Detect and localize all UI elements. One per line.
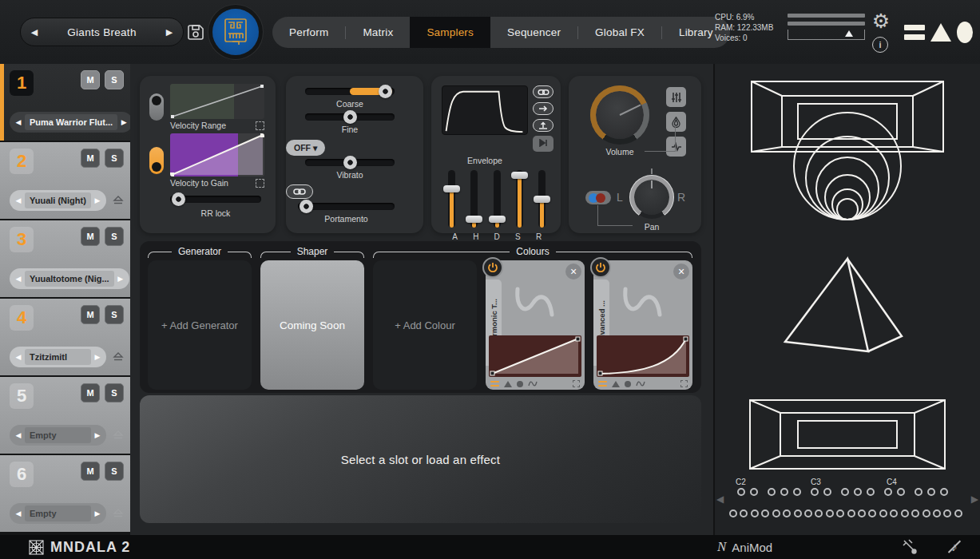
key-dot[interactable] xyxy=(772,509,780,517)
velocity-to-gain-graph[interactable] xyxy=(170,133,264,176)
key-dot[interactable] xyxy=(780,488,788,496)
slot-preset-selector[interactable]: ◀ Puma Warrior Flut... ▶ xyxy=(10,112,133,133)
preset-browser[interactable]: ◀ Giants Breath ▶ xyxy=(20,18,184,46)
solo-button[interactable]: S xyxy=(105,70,124,89)
eject-button[interactable] xyxy=(112,195,124,206)
slot-preset-next-button[interactable]: ▶ xyxy=(114,275,127,283)
module-close-button[interactable]: × xyxy=(565,264,581,280)
key-dot[interactable] xyxy=(826,509,834,517)
sustain-slider[interactable] xyxy=(516,170,523,228)
slot-preset-name[interactable]: Tzitzimitl xyxy=(25,349,91,365)
mntra-logo-badge[interactable] xyxy=(212,9,259,55)
tab-perform[interactable]: Perform xyxy=(272,17,345,48)
key-dot[interactable] xyxy=(879,509,887,517)
mute-button[interactable]: M xyxy=(81,462,100,481)
module-power-button[interactable] xyxy=(590,257,611,278)
key-dot[interactable] xyxy=(884,488,892,496)
slider-knob[interactable] xyxy=(300,200,313,213)
eject-button[interactable] xyxy=(112,430,124,441)
key-dot[interactable] xyxy=(794,509,802,517)
save-preset-button[interactable] xyxy=(187,24,204,41)
key-dot[interactable] xyxy=(858,509,866,517)
slider-handle[interactable] xyxy=(443,185,460,192)
level-marker-icon[interactable] xyxy=(845,30,853,37)
solo-button[interactable]: S xyxy=(105,227,124,246)
key-dot[interactable] xyxy=(836,509,844,517)
preset-next-button[interactable]: ▶ xyxy=(156,27,183,38)
mute-button[interactable]: M xyxy=(81,70,100,89)
key-dot[interactable] xyxy=(740,509,748,517)
triangle-icon[interactable] xyxy=(504,381,512,387)
mute-button[interactable]: M xyxy=(81,305,100,324)
expand-icon[interactable] xyxy=(256,179,264,188)
decay-slider[interactable] xyxy=(494,170,501,228)
slot-preset-name[interactable]: Puma Warrior Flut... xyxy=(25,114,117,130)
slot-preset-selector[interactable]: ◀ Tzitzimitl ▶ xyxy=(10,347,106,367)
solo-button[interactable]: S xyxy=(105,149,124,168)
key-dot[interactable] xyxy=(783,509,791,517)
key-dot[interactable] xyxy=(768,488,776,496)
envelope-export-button[interactable] xyxy=(533,119,553,132)
shaper-slot[interactable]: Coming Soon xyxy=(260,260,364,390)
slider-knob[interactable] xyxy=(343,156,357,169)
velocity-to-gain-toggle[interactable] xyxy=(149,147,164,174)
key-dot[interactable] xyxy=(823,488,831,496)
slot-preset-prev-button[interactable]: ◀ xyxy=(12,118,25,126)
slot-preset-name[interactable]: Empty xyxy=(25,427,91,443)
release-slider[interactable] xyxy=(538,170,546,228)
envelope-link-button[interactable] xyxy=(533,85,553,98)
key-dot[interactable] xyxy=(854,488,862,496)
slider-knob[interactable] xyxy=(172,192,185,206)
module-power-button[interactable] xyxy=(482,257,503,278)
slot-preset-name[interactable]: Yuuali (Night) xyxy=(25,192,91,208)
slider-knob[interactable] xyxy=(379,85,392,98)
solo-button[interactable]: S xyxy=(105,383,124,402)
slider-handle[interactable] xyxy=(511,172,528,179)
slot-preset-next-button[interactable]: ▶ xyxy=(91,196,104,204)
key-dot[interactable] xyxy=(940,488,948,496)
key-dot[interactable] xyxy=(943,509,951,517)
portamento-slider[interactable] xyxy=(298,203,395,210)
key-dot[interactable] xyxy=(868,509,876,517)
sampler-slot-6[interactable]: 6 M S ◀ Empty ▶ xyxy=(0,455,130,532)
slot-preset-selector[interactable]: ◀ Yuualtotome (Nig... ▶ xyxy=(10,268,129,289)
tab-samplers[interactable]: Samplers xyxy=(410,17,490,48)
key-dot[interactable] xyxy=(751,509,759,517)
key-dot[interactable] xyxy=(954,509,962,517)
slider-handle[interactable] xyxy=(466,216,482,223)
slot-preset-prev-button[interactable]: ◀ xyxy=(12,196,25,204)
envelope-graph[interactable] xyxy=(442,85,528,135)
key-dot[interactable] xyxy=(841,488,849,496)
slot-preset-selector[interactable]: ◀ Empty ▶ xyxy=(10,503,106,524)
key-dot[interactable] xyxy=(750,488,758,496)
key-range-display[interactable]: C2 C3 C4 xyxy=(728,478,967,527)
key-dot[interactable] xyxy=(793,488,801,496)
key-dot[interactable] xyxy=(897,488,905,496)
key-dot[interactable] xyxy=(901,509,909,517)
sampler-slot-2[interactable]: 2 M S ◀ Yuuali (Night) ▶ xyxy=(0,142,130,219)
module-curve-graph[interactable] xyxy=(597,335,689,377)
key-dot[interactable] xyxy=(737,488,745,496)
eject-button[interactable] xyxy=(112,351,124,363)
menu-icon[interactable] xyxy=(490,381,499,387)
range-scroll-right-button[interactable]: ▶ xyxy=(971,494,978,505)
wave-icon[interactable] xyxy=(636,380,645,387)
fine-slider[interactable] xyxy=(305,113,395,121)
circle-icon[interactable] xyxy=(517,381,523,387)
key-dot[interactable] xyxy=(867,488,875,496)
slot-preset-prev-button[interactable]: ◀ xyxy=(12,353,25,361)
expand-icon[interactable] xyxy=(680,380,688,387)
mute-button[interactable]: M xyxy=(81,383,100,402)
expand-icon[interactable] xyxy=(256,121,264,130)
key-dot[interactable] xyxy=(922,509,930,517)
slot-preset-name[interactable]: Yuualtotome (Nig... xyxy=(25,271,114,287)
sampler-slot-5[interactable]: 5 M S ◀ Empty ▶ xyxy=(0,377,130,454)
wave-icon[interactable] xyxy=(528,380,538,387)
slot-preset-next-button[interactable]: ▶ xyxy=(91,431,104,439)
key-dot[interactable] xyxy=(890,509,898,517)
key-dot[interactable] xyxy=(915,488,922,496)
slot-preset-prev-button[interactable]: ◀ xyxy=(12,509,25,517)
menu-icon[interactable] xyxy=(598,381,607,387)
key-dot[interactable] xyxy=(815,509,823,517)
vibrato-slider[interactable] xyxy=(305,159,395,166)
